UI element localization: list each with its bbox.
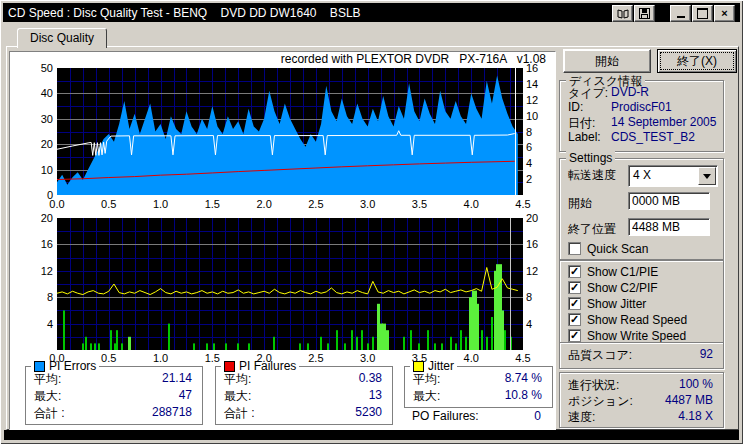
bottom-strip: [4, 430, 739, 440]
speed-select[interactable]: 4 X: [628, 165, 718, 187]
axis-tick-label: 40: [23, 87, 53, 99]
axis-tick-label: 50: [23, 62, 53, 74]
pi-errors-max-label: 最大:: [34, 388, 61, 405]
axis-tick-label: 4.5: [508, 352, 538, 364]
show-c2pif-checkbox[interactable]: ✓ Show C2/PIF: [568, 281, 718, 295]
minimize-button[interactable]: [670, 5, 691, 22]
pi-failures-avg-label: 平均:: [224, 371, 251, 388]
show-c1pie-checkbox[interactable]: ✓ Show C1/PIE: [568, 265, 718, 279]
speed-now-label: 速度:: [568, 409, 595, 426]
axis-tick-label: 12: [526, 94, 550, 106]
maximize-button[interactable]: [692, 5, 713, 22]
axis-tick-label: 16: [23, 238, 53, 250]
axis-tick-label: 1.0: [146, 198, 176, 210]
log-button[interactable]: [612, 5, 633, 22]
quick-scan-checkbox[interactable]: Quick Scan: [568, 242, 718, 256]
checkbox-icon[interactable]: ✓: [568, 297, 581, 310]
pi-errors-avg-value: 21.14: [162, 371, 192, 385]
start-button[interactable]: 開始: [563, 49, 651, 73]
pie-speed-chart: [57, 68, 523, 195]
speed-dropdown-button[interactable]: [698, 167, 716, 185]
book-icon: [617, 9, 629, 19]
position-value: 4487 MB: [665, 393, 713, 407]
checkbox-icon[interactable]: ✓: [568, 313, 581, 326]
axis-tick-label: 20: [526, 212, 550, 224]
start-pos-label: 開始: [568, 195, 592, 212]
pi-errors-max-value: 47: [179, 388, 192, 402]
jitter-avg-value: 8.74 %: [505, 371, 542, 385]
axis-tick-label: 8: [23, 291, 53, 303]
pi-errors-group: PI Errors 平均:21.14 最大:47 合計 :288718: [25, 366, 203, 425]
exit-button[interactable]: 終了(X): [657, 49, 737, 73]
axis-tick-label: 14: [526, 78, 550, 90]
axis-tick-label: 2.0: [249, 352, 279, 364]
end-pos-input[interactable]: [628, 218, 710, 236]
axis-tick-label: 16: [526, 62, 550, 74]
settings-group: Settings 転送速度 4 X 開始 終了位置 Quick Scan: [559, 158, 724, 260]
axis-tick-label: 3.5: [404, 198, 434, 210]
axis-tick-label: 12: [23, 265, 53, 277]
show-jitter-checkbox[interactable]: ✓ Show Jitter: [568, 297, 718, 311]
save-button[interactable]: [634, 5, 655, 22]
show-read-speed-checkbox[interactable]: ✓ Show Read Speed: [568, 313, 718, 327]
po-failures-label: PO Failures:: [412, 409, 479, 423]
pi-errors-total-value: 288718: [152, 405, 192, 419]
show-c1pie-label: Show C1/PIE: [587, 265, 658, 279]
quick-scan-label: Quick Scan: [587, 242, 648, 256]
close-icon: ×: [721, 8, 727, 19]
disc-id-value: ProdiscF01: [611, 100, 672, 114]
axis-tick-label: 3.0: [353, 198, 383, 210]
speed-label: 転送速度: [568, 167, 616, 184]
axis-tick-label: 20: [23, 212, 53, 224]
start-pos-input[interactable]: [628, 192, 710, 210]
show-jitter-label: Show Jitter: [587, 297, 646, 311]
titlebar: CD Speed : Disc Quality Test - BENQ DVD …: [3, 3, 740, 22]
axis-tick-label: 4: [526, 318, 550, 330]
checkbox-icon[interactable]: ✓: [568, 265, 581, 278]
axis-tick-label: 1.5: [197, 198, 227, 210]
jitter-group: Jitter 平均:8.74 % 最大:10.8 %: [404, 366, 553, 408]
show-write-speed-checkbox[interactable]: ✓ Show Write Speed: [568, 329, 718, 343]
close-button[interactable]: ×: [714, 5, 735, 22]
axis-tick-label: 2.5: [301, 352, 331, 364]
jitter-max-label: 最大:: [413, 388, 440, 405]
axis-tick-label: 12: [526, 265, 550, 277]
show-options-group: ✓ Show C1/PIE ✓ Show C2/PIF ✓ Show Jitte…: [559, 260, 724, 346]
maximize-icon: [697, 8, 708, 19]
position-label: ポジション:: [568, 393, 633, 410]
pi-errors-total-label: 合計 :: [34, 405, 65, 422]
axis-tick-label: 2.5: [301, 198, 331, 210]
settings-title: Settings: [566, 151, 615, 165]
axis-tick-label: 0.5: [94, 352, 124, 364]
app-window: CD Speed : Disc Quality Test - BENQ DVD …: [0, 0, 743, 444]
tab-disc-quality[interactable]: Disc Quality: [17, 28, 107, 48]
speed-now-value: 4.18 X: [678, 409, 713, 423]
window-title: CD Speed : Disc Quality Test - BENQ DVD …: [8, 6, 361, 20]
axis-tick-label: 10: [526, 110, 550, 122]
axis-tick-label: 4: [526, 157, 550, 169]
minimize-icon: [677, 9, 685, 18]
axis-tick-label: 1.5: [197, 352, 227, 364]
recorded-with-label: recorded with PLEXTOR DVDR PX-716A v1.08: [220, 52, 546, 66]
po-failures-value: 0: [534, 409, 541, 423]
checkbox-icon[interactable]: [568, 242, 581, 255]
axis-tick-label: 4.0: [456, 352, 486, 364]
progress-group: 進行状況:100 % ポジション:4487 MB 速度:4.18 X: [559, 372, 724, 428]
axis-tick-label: 2.0: [249, 198, 279, 210]
disc-info-group: ディスク情報 タイプ:DVD-R ID:ProdiscF01 日付:14 Sep…: [559, 80, 724, 152]
pi-failures-avg-value: 0.38: [359, 371, 382, 385]
checkbox-icon[interactable]: ✓: [568, 281, 581, 294]
axis-tick-label: 6: [526, 141, 550, 153]
disc-label-value: CDS_TEST_B2: [611, 130, 695, 144]
checkbox-icon[interactable]: ✓: [568, 329, 581, 342]
axis-tick-label: 0.5: [94, 198, 124, 210]
quality-score-value: 92: [700, 347, 713, 361]
quality-score-group: 品質スコア: 92: [559, 342, 724, 369]
pi-failures-max-value: 13: [369, 388, 382, 402]
axis-tick-label: 10: [23, 164, 53, 176]
axis-tick-label: 4.5: [508, 198, 538, 210]
pi-errors-avg-label: 平均:: [34, 371, 61, 388]
axis-tick-label: 8: [526, 126, 550, 138]
disc-type-value: DVD-R: [611, 85, 649, 99]
disc-date-value: 14 September 2005: [611, 115, 716, 129]
